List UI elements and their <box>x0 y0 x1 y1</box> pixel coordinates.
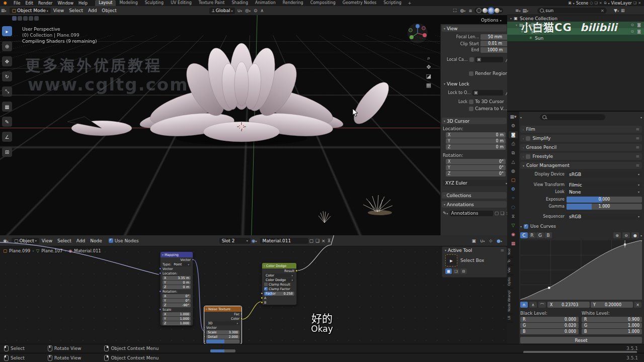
duplicate-icon[interactable]: ❏ <box>500 211 504 216</box>
input-socket[interactable] <box>261 292 263 295</box>
overlays-icon[interactable]: ◍▾ <box>459 8 466 13</box>
tool-annotate[interactable]: ✎ <box>2 117 12 127</box>
close-viewlayer-icon[interactable]: × <box>638 1 641 5</box>
pin-icon[interactable]: ○ <box>590 1 593 5</box>
render-region-checkbox[interactable] <box>469 71 473 76</box>
input-socket[interactable] <box>261 297 263 299</box>
node-sidebar-tab-nod[interactable]: Nod <box>507 246 513 257</box>
camera-view-icon[interactable]: ◪ <box>425 72 433 80</box>
cm-gamma-slider[interactable]: 1.000 <box>567 204 642 210</box>
workspace-tab-shading[interactable]: Shading <box>228 0 252 6</box>
input-socket[interactable] <box>261 301 263 304</box>
input-socket[interactable] <box>159 272 162 275</box>
cursor-location-z-field[interactable]: Z0 m <box>446 144 506 150</box>
tool-rotate[interactable]: ↻ <box>2 71 12 81</box>
cm-exposure-slider[interactable]: 0.000 <box>567 197 642 203</box>
pan-hand-icon[interactable]: ✥ <box>425 63 433 71</box>
cursor-location-x-field[interactable]: X0 m <box>446 132 506 138</box>
outliner-search-input[interactable]: sun × <box>537 8 607 14</box>
properties-filter-icon[interactable]: ▾ <box>640 116 642 119</box>
close-scene-icon[interactable]: × <box>599 1 602 5</box>
properties-tab-output[interactable]: ⎙ <box>509 140 518 147</box>
node-number-field[interactable]: Y0° <box>163 299 191 303</box>
tool-add-cube[interactable]: ⊞ <box>2 147 12 157</box>
menu-render[interactable]: Render <box>36 1 55 6</box>
panel-3d-cursor[interactable]: ▾3D Cursor <box>442 118 507 124</box>
delete-point-icon[interactable]: × <box>634 302 641 308</box>
new-viewlayer-icon[interactable]: ❏ <box>633 1 636 5</box>
workspace-tab-geometry-nodes[interactable]: Geometry Nodes <box>339 0 380 6</box>
cm-display-device-dropdown[interactable]: sRGB▾ <box>567 171 642 177</box>
panel-checkbox[interactable] <box>526 154 530 159</box>
panel-annotations[interactable]: ▾Annotations <box>442 201 507 208</box>
options-button[interactable]: Options▾ <box>481 18 502 23</box>
properties-tab-view-layer[interactable]: ⧉ <box>509 149 518 156</box>
outliner-display-mode-icon[interactable]: ≡▾ <box>514 8 522 13</box>
panel-simplify[interactable]: ›Simplify≡ <box>520 135 642 142</box>
viewport-menu-select[interactable]: Select <box>66 8 86 13</box>
rotation-order-dropdown[interactable]: XYZ Euler▾ <box>443 180 507 186</box>
node-sidebar-tab-vie[interactable]: Vie <box>507 265 513 275</box>
tool-transform[interactable]: ▦ <box>2 102 12 112</box>
outliner-row-sun[interactable]: ✳Sun <box>507 35 644 41</box>
tool-cursor[interactable]: ⊕ <box>2 41 12 51</box>
annotation-layer-field[interactable]: Annotations <box>450 211 493 216</box>
cursor-rotation-x-field[interactable]: X0° <box>446 159 506 164</box>
node-dropdown[interactable]: Color Dodge▾ <box>264 278 294 282</box>
workspace-tab-scripting[interactable]: Scripting <box>380 0 405 6</box>
transform-orientation-dropdown[interactable]: ⟂ Global▾ <box>209 8 235 14</box>
expand-icon[interactable]: ▾ <box>516 23 517 27</box>
node-header[interactable]: ▾Color Dodge <box>262 263 296 268</box>
perspective-toggle-icon[interactable]: ▦ <box>425 81 433 89</box>
clip-start-field[interactable]: 0.01 m <box>480 41 507 46</box>
clear-search-icon[interactable]: × <box>601 8 605 13</box>
shield-icon[interactable]: ▢ <box>495 211 499 216</box>
properties-tab-modifiers[interactable]: ⚙ <box>509 186 518 193</box>
transform-pivot-icon[interactable]: ⊙ <box>253 8 259 13</box>
input-socket[interactable] <box>159 267 162 270</box>
node-number-field[interactable]: Z-90° <box>163 303 191 307</box>
node-slider[interactable]: Factor0.258 <box>264 292 294 296</box>
local-camera-checkbox[interactable] <box>469 57 474 62</box>
cm-view-transform-dropdown[interactable]: Filmic▾ <box>567 182 642 188</box>
blender-logo-icon[interactable] <box>2 1 9 6</box>
menu-window[interactable]: Window <box>55 1 76 6</box>
workspace-tab-sculpting[interactable]: Sculpting <box>141 0 167 6</box>
select-box-tool-icon[interactable]: ▸ <box>445 254 457 266</box>
node-color-dodge[interactable]: ▾Color DodgeResultColor▾Color Dodge▾Clam… <box>262 262 297 305</box>
tool-scale[interactable]: ⤡ <box>2 86 12 97</box>
properties-tab-data[interactable]: ▽ <box>509 222 518 229</box>
proportional-edit-icon[interactable]: ◎▾ <box>244 8 252 13</box>
properties-tab-tool[interactable]: ⚙ <box>509 122 518 129</box>
node-checkbox[interactable] <box>264 283 268 286</box>
curve-zoom-out-icon[interactable]: ⊖ <box>622 232 630 238</box>
clip-end-field[interactable]: 1000 m <box>480 47 507 53</box>
viewport-menu-add[interactable]: Add <box>86 8 99 13</box>
panel-grease-pencil[interactable]: ›Grease Pencil≡ <box>520 144 642 151</box>
tool-move[interactable]: ✥ <box>2 56 12 66</box>
workspace-tab-layout[interactable]: Layout <box>95 0 116 6</box>
curve-channel-g[interactable]: G <box>536 232 544 238</box>
cursor-rotation-y-field[interactable]: Y0° <box>446 165 506 170</box>
shading-material-icon[interactable] <box>489 8 494 13</box>
properties-nav-icon[interactable]: ▾ <box>520 116 522 119</box>
panel-view-lock[interactable]: ▾View Lock <box>442 80 507 87</box>
navigation-gizmo[interactable] <box>407 22 429 44</box>
curve-y-field[interactable]: Y0.20000 <box>591 302 633 308</box>
node-checkbox[interactable] <box>264 287 268 291</box>
outliner-scene-icon[interactable]: ▤▾ <box>522 8 530 13</box>
lock-to-object-field[interactable]: ▣ <box>472 90 504 96</box>
panel-color-management[interactable]: ▾Color Management≡ <box>520 162 642 169</box>
node-slider[interactable] <box>206 339 239 343</box>
panel-checkbox[interactable] <box>526 136 530 141</box>
select-mode-new-icon[interactable]: ▦ <box>445 268 452 274</box>
curve-tools-icon[interactable]: ● <box>631 232 639 238</box>
panel-collections[interactable]: ›Collections <box>442 192 507 199</box>
curve-channel-b[interactable]: B <box>544 232 552 238</box>
show-gizmo-icon[interactable]: ⛶ <box>452 8 457 14</box>
cm-look-dropdown[interactable]: None▾ <box>567 189 642 195</box>
panel-film[interactable]: ›Film≡ <box>520 126 642 133</box>
node-number-field[interactable]: X3.35 m <box>163 276 191 280</box>
small-plant-2[interactable] <box>357 194 397 216</box>
handle-auto-icon[interactable]: ∩ <box>520 302 528 308</box>
